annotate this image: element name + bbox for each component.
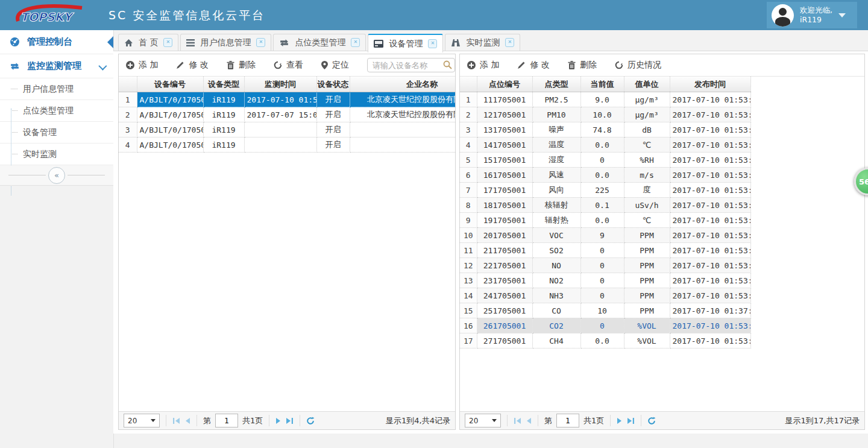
- monitor-row-8[interactable]: 8181705001核辐射0.1uSv/h2017-07-10 01:53:21: [460, 198, 750, 213]
- monitor-row-3[interactable]: 3131705001噪声74.8dB2017-07-10 01:53:22: [460, 122, 750, 137]
- column-header[interactable]: 值单位: [624, 77, 670, 92]
- topbar: TOPSKY SC 安全监管信息化云平台 欢迎光临, iR119: [0, 0, 868, 30]
- column-header[interactable]: 当前值: [580, 77, 624, 92]
- sidebar-item-console[interactable]: 管理控制台: [0, 30, 113, 54]
- tab-0[interactable]: 首 页✕: [118, 34, 178, 51]
- pager-prev-icon: [184, 417, 190, 424]
- cell: 风速: [532, 168, 580, 183]
- column-header[interactable]: 设备类型: [203, 77, 244, 92]
- monitor-row-7[interactable]: 7171705001风向225度2017-07-10 01:53:21: [460, 183, 750, 198]
- tab-close-icon[interactable]: ✕: [428, 39, 437, 48]
- device-button-1[interactable]: 修 改: [176, 60, 208, 71]
- monitor-row-14[interactable]: 14241705001NH30PPM2017-07-10 01:53:21: [460, 288, 750, 303]
- monitor-row-13[interactable]: 13231705001NO20PPM2017-07-10 01:53:22: [460, 273, 750, 288]
- row-number-cell: 3: [119, 122, 137, 137]
- monitor-row-11[interactable]: 11211705001SO20PPM2017-07-10 01:53:22: [460, 243, 750, 258]
- search-icon[interactable]: [443, 60, 452, 69]
- device-button-4[interactable]: 定位: [321, 60, 349, 71]
- monitor-row-1[interactable]: 1111705001PM2.59.0μg/m³2017-07-10 01:53:…: [460, 92, 750, 107]
- user-dropdown-caret-icon[interactable]: [838, 13, 846, 17]
- column-header[interactable]: 企业名称: [350, 77, 455, 92]
- monitor-button-3[interactable]: 历史情况: [615, 60, 661, 71]
- user-menu[interactable]: 欢迎光临, iR119: [767, 2, 857, 28]
- monitor-button-1[interactable]: 修 改: [517, 60, 549, 71]
- sidebar-item-1[interactable]: 点位类型管理: [0, 100, 113, 122]
- row-number-cell: 14: [460, 288, 477, 303]
- tab-close-icon[interactable]: ✕: [256, 38, 265, 47]
- cell: μg/m³: [624, 92, 670, 107]
- cell: 0.0: [580, 137, 624, 153]
- monitor-row-12[interactable]: 12221705001NO0PPM2017-07-10 01:53:21: [460, 258, 750, 273]
- monitor-row-16[interactable]: 16261705001CO20%VOL2017-07-10 01:53:22: [460, 318, 750, 333]
- monitor-pager-first-button[interactable]: [514, 417, 521, 424]
- device-reload-button[interactable]: [306, 417, 315, 425]
- sidebar-collapse-button[interactable]: «: [48, 167, 65, 184]
- row-number-cell: 9: [460, 213, 477, 228]
- column-header[interactable]: 监测时间: [244, 77, 316, 92]
- column-header[interactable]: 发布时间: [670, 77, 750, 92]
- monitor-toolbar: 添 加修 改删除历史情况: [460, 54, 864, 77]
- cell: SO2: [532, 243, 580, 258]
- view-icon: [274, 61, 282, 69]
- monitor-button-0[interactable]: 添 加: [467, 60, 499, 71]
- separator: [641, 415, 641, 426]
- cell: 0.1: [580, 198, 624, 213]
- device-button-2[interactable]: 删除: [227, 60, 256, 71]
- device-row-1[interactable]: 1A/BJLT/0/1705001iR1192017-07-10 01:53:2…: [119, 92, 455, 107]
- tab-1[interactable]: 用户信息管理✕: [180, 34, 271, 51]
- tab-2[interactable]: 点位类型管理✕: [273, 34, 366, 51]
- monitor-button-2[interactable]: 删除: [568, 60, 597, 71]
- monitor-row-5[interactable]: 5151705001湿度0%RH2017-07-10 01:53:22: [460, 153, 750, 168]
- cell: NO: [532, 258, 580, 273]
- device-row-4[interactable]: 4A/BJLT/0/1705004iR119开启: [119, 137, 455, 153]
- monitor-row-2[interactable]: 2121705001PM1010.0μg/m³2017-07-10 01:53:…: [460, 107, 750, 122]
- device-pager-first-button[interactable]: [172, 417, 180, 424]
- device-page-size-select[interactable]: 20: [124, 414, 160, 427]
- column-header[interactable]: 点位编号: [477, 77, 532, 92]
- cell: 开启: [316, 137, 350, 153]
- device-row-2[interactable]: 2A/BJLT/0/1705002iR1192017-07-07 15:03:0…: [119, 107, 455, 122]
- monitor-pager-last-button[interactable]: [627, 417, 635, 424]
- monitor-records-summary: 显示1到17,共17记录: [785, 415, 860, 426]
- cell: NH3: [532, 288, 580, 303]
- tab-close-icon[interactable]: ✕: [351, 38, 360, 47]
- sidebar-group-monitoring[interactable]: 监控监测管理: [0, 54, 113, 78]
- monitor-pager-next-button[interactable]: [617, 417, 623, 424]
- column-header[interactable]: 点类型: [532, 77, 580, 92]
- tab-label: 点位类型管理: [295, 37, 345, 48]
- monitor-row-17[interactable]: 17271705001CH40.0%VOL2017-07-10 01:53:21: [460, 333, 750, 349]
- sidebar-item-2[interactable]: 设备管理: [0, 122, 113, 144]
- device-pager-last-button[interactable]: [286, 417, 294, 424]
- monitor-page-input[interactable]: [556, 414, 579, 427]
- monitor-row-10[interactable]: 10201705001VOC9PPM2017-07-10 01:53:22: [460, 228, 750, 243]
- tab-4[interactable]: 实时监测✕: [445, 34, 520, 51]
- device-pager-prev-button[interactable]: [184, 417, 190, 424]
- monitor-row-9[interactable]: 9191705001辐射热0.0℃2017-07-10 01:53:21: [460, 213, 750, 228]
- device-row-3[interactable]: 3A/BJLT/0/1705003iR119开启: [119, 122, 455, 137]
- tab-close-icon[interactable]: ✕: [505, 38, 514, 47]
- cell: 开启: [316, 107, 350, 122]
- monitor-row-4[interactable]: 4141705001温度0.0℃2017-07-10 01:53:22: [460, 137, 750, 153]
- device-pager-next-button[interactable]: [275, 417, 281, 424]
- cell: 0.0: [580, 333, 624, 349]
- column-header[interactable]: 设备状态: [316, 77, 350, 92]
- monitor-page-size-select[interactable]: 20: [465, 414, 501, 427]
- tab-3-active[interactable]: 设备管理✕: [368, 34, 443, 52]
- monitor-row-6[interactable]: 6161705001风速0.0m/s2017-07-10 01:53:21: [460, 168, 750, 183]
- tab-label: 用户信息管理: [200, 37, 251, 48]
- monitor-row-15[interactable]: 15251705001CO10PPM2017-07-10 01:37:01: [460, 303, 750, 318]
- sidebar-item-0[interactable]: 用户信息管理: [0, 78, 113, 100]
- button-label: 修 改: [189, 60, 208, 71]
- trash-icon: [227, 61, 234, 69]
- sidebar-item-3[interactable]: 实时监测: [0, 144, 113, 165]
- device-button-3[interactable]: 查看: [274, 60, 303, 71]
- monitor-pager-prev-button[interactable]: [526, 417, 532, 424]
- device-button-0[interactable]: 添 加: [126, 60, 158, 71]
- monitor-reload-button[interactable]: [647, 417, 656, 425]
- tab-close-icon[interactable]: ✕: [163, 38, 172, 47]
- active-section-arrow-icon: [107, 36, 113, 48]
- column-header[interactable]: 设备编号: [137, 77, 203, 92]
- cell: [350, 137, 455, 153]
- device-page-input[interactable]: [215, 414, 238, 427]
- device-search-input[interactable]: [367, 58, 455, 72]
